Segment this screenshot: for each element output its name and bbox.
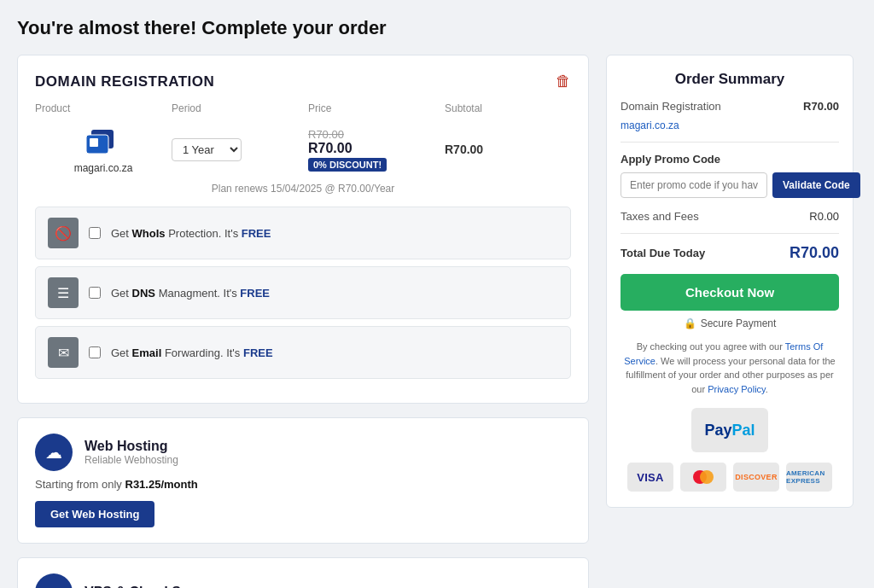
secure-payment: 🔒 Secure Payment bbox=[621, 317, 839, 329]
col-period: Period bbox=[172, 102, 308, 114]
vps-card: ☁ VPS & Cloud Servers bbox=[17, 557, 589, 588]
taxes-row: Taxes and Fees R0.00 bbox=[621, 210, 839, 223]
price-original: R70.00 bbox=[308, 128, 344, 141]
promo-input[interactable] bbox=[621, 172, 767, 198]
email-label: Get Email Forwarding. It's FREE bbox=[111, 346, 273, 359]
whois-checkbox[interactable] bbox=[89, 227, 101, 239]
divider-1 bbox=[621, 142, 839, 143]
visa-card-icon: VISA bbox=[627, 463, 673, 492]
hosting-price: Starting from only R31.25/month bbox=[35, 478, 571, 491]
taxes-value: R0.00 bbox=[809, 210, 839, 223]
vps-header: ☁ VPS & Cloud Servers bbox=[35, 573, 571, 588]
vps-icon: ☁ bbox=[35, 573, 73, 588]
hosting-title-block: Web Hosting Reliable Webhosting bbox=[84, 439, 178, 466]
email-icon: ✉ bbox=[48, 337, 79, 368]
domain-table-header: Product Period Price Subtotal bbox=[35, 102, 571, 118]
domain-name: magari.co.za bbox=[74, 162, 133, 174]
order-domain-price: R70.00 bbox=[803, 100, 839, 113]
discover-icon: DISCOVER bbox=[733, 463, 779, 492]
price-cell: R70.00 R70.00 0% DISCOUNT! bbox=[308, 128, 445, 172]
lock-icon: 🔒 bbox=[684, 317, 696, 329]
addon-email: ✉ Get Email Forwarding. It's FREE bbox=[35, 326, 571, 379]
dns-checkbox[interactable] bbox=[89, 287, 101, 299]
card-icons: VISA DISCOVER AMERICAN EXPRESS bbox=[621, 463, 839, 492]
paypal-logo: PayPal bbox=[621, 408, 839, 452]
order-summary-card: Order Summary Domain Registration R70.00… bbox=[606, 55, 854, 508]
col-product: Product bbox=[35, 102, 172, 114]
total-value: R70.00 bbox=[790, 244, 839, 262]
period-cell: 1 Year 2 Years 3 Years bbox=[172, 138, 308, 161]
order-summary-title: Order Summary bbox=[621, 71, 839, 88]
promo-label: Apply Promo Code bbox=[621, 153, 839, 166]
privacy-link[interactable]: Privacy Policy bbox=[708, 384, 766, 394]
whois-icon: 🚫 bbox=[48, 218, 79, 248]
tos-text: By checking out you agree with our Terms… bbox=[621, 340, 839, 396]
col-subtotal: Subtotal bbox=[445, 102, 571, 114]
addon-dns: ☰ Get DNS Managment. It's FREE bbox=[35, 266, 571, 319]
hosting-header: ☁ Web Hosting Reliable Webhosting bbox=[35, 434, 571, 471]
get-hosting-button[interactable]: Get Web Hosting bbox=[35, 501, 154, 527]
domain-logo-icon bbox=[83, 125, 124, 159]
domain-card-title: DOMAIN REGISTRATION bbox=[35, 73, 214, 90]
whois-label: Get WhoIs Protection. It's FREE bbox=[111, 227, 271, 240]
left-panel: DOMAIN REGISTRATION 🗑 Product Period Pri… bbox=[17, 55, 589, 588]
taxes-label: Taxes and Fees bbox=[621, 210, 699, 223]
right-panel: Order Summary Domain Registration R70.00… bbox=[606, 55, 854, 588]
svg-rect-2 bbox=[90, 138, 98, 147]
svg-point-4 bbox=[700, 470, 714, 484]
dns-icon: ☰ bbox=[48, 277, 79, 308]
hosting-title: Web Hosting bbox=[84, 439, 178, 454]
domain-registration-card: DOMAIN REGISTRATION 🗑 Product Period Pri… bbox=[17, 55, 589, 404]
vps-title: VPS & Cloud Servers bbox=[84, 585, 222, 588]
web-hosting-card: ☁ Web Hosting Reliable Webhosting Starti… bbox=[17, 417, 589, 544]
discount-badge: 0% DISCOUNT! bbox=[308, 158, 387, 172]
total-row: Total Due Today R70.00 bbox=[621, 244, 839, 262]
price-current: R70.00 bbox=[308, 141, 353, 156]
promo-row: Validate Code bbox=[621, 172, 839, 198]
col-price: Price bbox=[308, 102, 445, 114]
order-domain-link[interactable]: magari.co.za bbox=[621, 119, 679, 131]
domain-card-header: DOMAIN REGISTRATION 🗑 bbox=[35, 73, 571, 90]
order-domain-row: Domain Registration R70.00 bbox=[621, 100, 839, 113]
domain-table-row: magari.co.za 1 Year 2 Years 3 Years R70.… bbox=[35, 125, 571, 174]
hosting-icon: ☁ bbox=[35, 434, 73, 471]
total-label: Total Due Today bbox=[621, 247, 705, 259]
renew-note: Plan renews 15/04/2025 @ R70.00/Year bbox=[35, 183, 571, 195]
checkout-button[interactable]: Checkout Now bbox=[621, 274, 839, 311]
dns-label: Get DNS Managment. It's FREE bbox=[111, 287, 270, 300]
validate-code-button[interactable]: Validate Code bbox=[772, 172, 860, 198]
divider-2 bbox=[621, 233, 839, 234]
order-domain-label: Domain Registration bbox=[621, 100, 721, 113]
period-select[interactable]: 1 Year 2 Years 3 Years bbox=[172, 138, 242, 161]
paypal-box: PayPal bbox=[691, 408, 768, 452]
product-cell: magari.co.za bbox=[35, 125, 172, 174]
subtotal-cell: R70.00 bbox=[445, 143, 571, 156]
hosting-subtitle: Reliable Webhosting bbox=[84, 454, 178, 466]
page-title: You're almost there! Complete your order bbox=[17, 17, 857, 39]
amex-icon: AMERICAN EXPRESS bbox=[786, 463, 832, 492]
secure-label: Secure Payment bbox=[701, 317, 777, 329]
addon-whois: 🚫 Get WhoIs Protection. It's FREE bbox=[35, 207, 571, 259]
email-checkbox[interactable] bbox=[89, 346, 101, 358]
mastercard-icon bbox=[680, 463, 726, 492]
delete-icon[interactable]: 🗑 bbox=[556, 73, 571, 90]
